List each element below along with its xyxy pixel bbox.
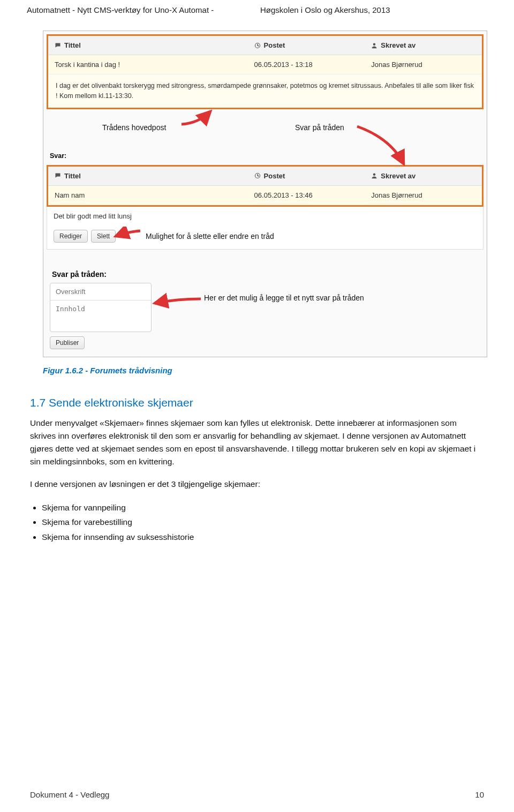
header-left: Automatnett - Nytt CMS-verktøy for Uno-X…: [27, 5, 254, 14]
anno-form: Her er det mulig å legge til et nytt sva…: [204, 294, 364, 302]
speech-icon: [55, 42, 61, 49]
reply-post-row: Nam nam 06.05.2013 - 13:46 Jonas Bjørner…: [48, 186, 482, 205]
overskrift-input[interactable]: [50, 283, 151, 300]
reply-form-heading: Svar på tråden:: [43, 250, 487, 283]
doc-section: 1.7 Sende elektroniske skjemaer Under me…: [30, 396, 484, 545]
page-header: Automatnett - Nytt CMS-verktøy for Uno-X…: [0, 0, 514, 31]
anno-hovedpost: Trådens hovedpost: [102, 123, 166, 132]
thread-reply-post: Tittel Postet Skrevet av Nam nam 06.05.2…: [47, 165, 483, 207]
annotation-row-1: Trådens hovedpost Svar på tråden: [43, 112, 487, 141]
reply-post-body: Det blir godt med litt lunsj: [47, 207, 483, 225]
reply-post-posted: 06.05.2013 - 13:46: [248, 186, 365, 205]
clock-icon: [254, 42, 261, 49]
col-posted-label: Postet: [264, 41, 285, 49]
clock-icon: [254, 172, 261, 179]
reply-post-author: Jonas Bjørnerud: [365, 186, 482, 205]
section-para2: I denne versjonen av løsningen er det 3 …: [30, 478, 484, 491]
publiser-button[interactable]: Publiser: [50, 336, 85, 349]
reply-post-title: Nam nam: [48, 186, 248, 205]
main-post-author: Jonas Bjørnerud: [365, 55, 482, 74]
list-item: Skjema for varebestilling: [42, 515, 484, 530]
reply-table-header: Tittel Postet Skrevet av: [48, 167, 482, 186]
thread-main-post: Tittel Postet Skrevet av Torsk i kantina…: [47, 34, 483, 109]
main-post-title: Torsk i kantina i dag !: [48, 55, 248, 74]
section-para1: Under menyvalget «Skjemaer» finnes skjem…: [30, 417, 484, 468]
reply-col-author-label: Skrevet av: [381, 172, 415, 180]
table-header: Tittel Postet Skrevet av: [48, 36, 482, 55]
page-footer: Dokument 4 - Vedlegg 10: [30, 790, 484, 799]
col-author: Skrevet av: [365, 36, 482, 55]
arrow-form: [150, 292, 204, 309]
main-post-row: Torsk i kantina i dag ! 06.05.2013 - 13:…: [48, 55, 482, 74]
user-icon: [371, 172, 377, 179]
reply-form: Publiser Her er det mulig å legge til et…: [43, 283, 487, 357]
col-posted: Postet: [248, 36, 365, 55]
list-item: Skjema for innsending av suksesshistorie: [42, 530, 484, 545]
svar-label: Svar:: [43, 141, 487, 163]
footer-right: 10: [475, 790, 484, 799]
slett-button[interactable]: Slett: [91, 230, 116, 243]
reply-form-box: [50, 283, 152, 332]
col-author-label: Skrevet av: [381, 41, 415, 49]
list-item: Skjema for vannpeiling: [42, 500, 484, 515]
col-title-label: Tittel: [64, 41, 81, 49]
reply-col-posted: Postet: [248, 167, 365, 185]
arrow-hovedpost: [177, 108, 220, 127]
main-post-body: I dag er det olivenbakt torskerygg med s…: [48, 74, 482, 108]
reply-col-title: Tittel: [48, 167, 248, 185]
col-title: Tittel: [48, 36, 248, 55]
figure-caption: Figur 1.6.2 - Forumets trådvisning: [43, 366, 514, 375]
anno-btn: Mulighet for å slette eller endre en trå…: [146, 232, 274, 240]
svg-point-1: [373, 43, 376, 46]
svg-point-3: [373, 174, 376, 176]
section-heading: 1.7 Sende elektroniske skjemaer: [30, 396, 484, 409]
button-row: Rediger Slett Mulighet for å slette elle…: [47, 225, 483, 250]
rediger-button[interactable]: Rediger: [54, 230, 88, 243]
anno-svarpaa: Svar på tråden: [295, 123, 344, 132]
forum-screenshot: Tittel Postet Skrevet av Torsk i kantina…: [43, 31, 487, 357]
reply-col-title-label: Tittel: [64, 172, 81, 180]
main-post-posted: 06.05.2013 - 13:18: [248, 55, 365, 74]
bullet-list: Skjema for vannpeiling Skjema for varebe…: [30, 500, 484, 545]
header-right: Høgskolen i Oslo og Akershus, 2013: [254, 5, 487, 14]
arrow-btn: [111, 227, 143, 240]
reply-col-author: Skrevet av: [365, 167, 482, 185]
speech-icon: [55, 172, 61, 179]
footer-left: Dokument 4 - Vedlegg: [30, 790, 109, 799]
reply-col-posted-label: Postet: [264, 172, 285, 180]
innhold-textarea[interactable]: [50, 300, 151, 329]
user-icon: [371, 42, 377, 49]
